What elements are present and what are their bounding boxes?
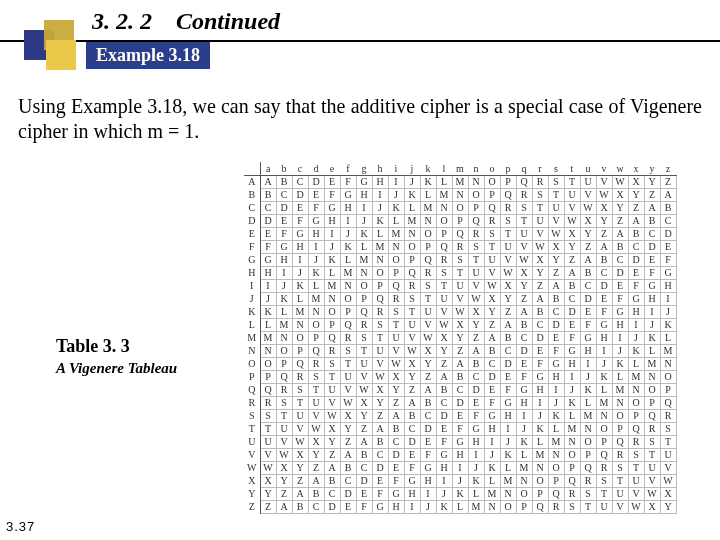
- cell: K: [484, 461, 500, 474]
- cell: X: [516, 266, 532, 279]
- cell: G: [628, 292, 644, 305]
- cell: T: [324, 370, 340, 383]
- cell: K: [628, 344, 644, 357]
- cell: I: [260, 279, 276, 292]
- cell: E: [452, 409, 468, 422]
- cell: P: [372, 279, 388, 292]
- cell: C: [532, 318, 548, 331]
- cell: J: [500, 435, 516, 448]
- cell: G: [340, 188, 356, 201]
- cell: S: [484, 227, 500, 240]
- cell: M: [260, 331, 276, 344]
- cell: K: [276, 292, 292, 305]
- cell: Z: [452, 344, 468, 357]
- row-header: U: [244, 435, 260, 448]
- cell: W: [468, 292, 484, 305]
- cell: P: [452, 214, 468, 227]
- table-number: Table 3. 3: [56, 336, 130, 357]
- cell: Y: [324, 435, 340, 448]
- cell: G: [388, 487, 404, 500]
- cell: P: [484, 188, 500, 201]
- cell: O: [340, 292, 356, 305]
- cell: B: [308, 487, 324, 500]
- row-header: T: [244, 422, 260, 435]
- cell: E: [340, 500, 356, 513]
- page-number: 3.37: [6, 519, 35, 534]
- row-header: W: [244, 461, 260, 474]
- cell: U: [500, 240, 516, 253]
- cell: U: [612, 487, 628, 500]
- cell: C: [628, 240, 644, 253]
- cell: L: [452, 500, 468, 513]
- cell: G: [452, 435, 468, 448]
- cell: T: [308, 383, 324, 396]
- cell: W: [276, 448, 292, 461]
- cell: W: [612, 175, 628, 188]
- cell: R: [404, 279, 420, 292]
- cell: J: [324, 240, 340, 253]
- cell: B: [404, 409, 420, 422]
- cell: L: [420, 188, 436, 201]
- cell: D: [628, 253, 644, 266]
- cell: D: [500, 357, 516, 370]
- cell: B: [340, 461, 356, 474]
- cell: F: [500, 383, 516, 396]
- cell: P: [500, 175, 516, 188]
- cell: Y: [260, 487, 276, 500]
- cell: J: [260, 292, 276, 305]
- cell: A: [468, 344, 484, 357]
- cell: B: [580, 266, 596, 279]
- cell: N: [468, 175, 484, 188]
- cell: J: [580, 370, 596, 383]
- cell: T: [260, 422, 276, 435]
- cell: X: [484, 292, 500, 305]
- cell: C: [596, 266, 612, 279]
- row-header: C: [244, 201, 260, 214]
- cell: E: [484, 383, 500, 396]
- col-header: d: [308, 162, 324, 175]
- cell: P: [276, 357, 292, 370]
- col-header: i: [388, 162, 404, 175]
- cell: F: [660, 253, 676, 266]
- col-header: k: [420, 162, 436, 175]
- cell: J: [644, 318, 660, 331]
- cell: P: [340, 305, 356, 318]
- cell: P: [548, 474, 564, 487]
- cell: N: [500, 487, 516, 500]
- cell: O: [308, 318, 324, 331]
- cell: Z: [372, 409, 388, 422]
- cell: H: [516, 396, 532, 409]
- cell: F: [548, 344, 564, 357]
- logo-squares-icon: [24, 20, 74, 70]
- cell: R: [324, 344, 340, 357]
- cell: H: [580, 344, 596, 357]
- cell: W: [340, 396, 356, 409]
- cell: T: [644, 448, 660, 461]
- cell: B: [532, 305, 548, 318]
- cell: P: [436, 227, 452, 240]
- cell: O: [516, 487, 532, 500]
- cell: W: [596, 188, 612, 201]
- cell: H: [324, 214, 340, 227]
- cell: T: [628, 461, 644, 474]
- cell: G: [516, 383, 532, 396]
- cell: L: [532, 435, 548, 448]
- cell: X: [548, 240, 564, 253]
- cell: Y: [660, 500, 676, 513]
- cell: O: [260, 357, 276, 370]
- cell: P: [660, 383, 676, 396]
- cell: E: [516, 357, 532, 370]
- cell: W: [580, 201, 596, 214]
- cell: B: [468, 357, 484, 370]
- cell: S: [436, 266, 452, 279]
- col-header: u: [580, 162, 596, 175]
- cell: S: [452, 253, 468, 266]
- cell: Q: [452, 227, 468, 240]
- cell: Q: [484, 201, 500, 214]
- cell: K: [516, 435, 532, 448]
- cell: A: [500, 318, 516, 331]
- cell: T: [452, 266, 468, 279]
- cell: Q: [436, 240, 452, 253]
- cell: J: [516, 422, 532, 435]
- cell: K: [660, 318, 676, 331]
